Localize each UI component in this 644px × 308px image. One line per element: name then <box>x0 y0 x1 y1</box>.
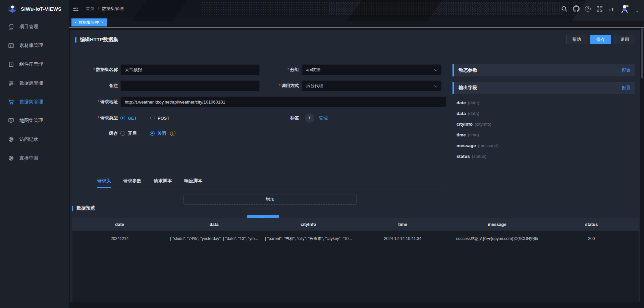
main-panel: 编辑HTTP数据集 帮助 保存 返回 *数据集名称 *分组 api数据 备注 *… <box>70 30 640 302</box>
avatar[interactable] <box>620 3 631 14</box>
font-size-icon[interactable]: TT <box>608 5 615 12</box>
back-button[interactable]: 返回 <box>614 35 635 44</box>
add-header-button[interactable]: 增加 <box>183 194 357 205</box>
invoke-mode-select[interactable]: 后台代理 <box>302 80 441 91</box>
form-row-request-url: *请求地址 <box>70 97 446 107</box>
tab-response-script[interactable]: 响应脚本 <box>184 178 203 188</box>
required-mark: * <box>93 67 95 72</box>
globe-icon <box>8 136 14 142</box>
globe-icon <box>8 155 14 161</box>
add-tag-button[interactable]: + <box>305 113 314 123</box>
collapse-menu-icon[interactable] <box>72 5 79 12</box>
dynamic-params-title: 动态参数 <box>459 67 477 73</box>
tab-request-params[interactable]: 请求参数 <box>123 178 142 188</box>
github-icon[interactable] <box>573 5 580 12</box>
manage-tags-link[interactable]: 管理 <box>319 115 328 121</box>
data-preview-title-text: 数据预览 <box>76 205 95 211</box>
tab-request-script[interactable]: 请求脚本 <box>154 178 172 188</box>
radio-cache-off[interactable]: 关闭 <box>150 130 166 136</box>
radio-cache-off-label: 关闭 <box>157 130 166 136</box>
dataset-name-input[interactable] <box>120 64 260 75</box>
column-header: date <box>72 218 167 231</box>
topbar: SiWu-IoT-VIEWS 首页 / 数据集管理 ? TT <box>0 0 644 17</box>
tab-request-headers[interactable]: 请求头 <box>97 178 111 188</box>
form-row-tag: 标签 + 管理 <box>252 113 328 123</box>
output-fields-header: 输出字段 配置 <box>452 82 635 94</box>
font-size-big-glyph: T <box>611 6 614 12</box>
data-preview-table: date data cityInfo time message status 2… <box>72 218 639 302</box>
app-logo-icon <box>7 4 17 14</box>
sidebar-item-material-library[interactable]: 素材库管理 <box>0 36 69 55</box>
required-mark: * <box>287 67 289 72</box>
tab-close-icon[interactable]: × <box>101 20 104 25</box>
form-row-invoke-mode: *调用方式 后台代理 <box>252 80 441 91</box>
radio-get[interactable]: GET <box>120 116 137 121</box>
copy-icon <box>8 24 14 30</box>
title-accent-bar <box>75 37 76 43</box>
chevron-down-icon <box>434 84 438 87</box>
remark-label: 备注 <box>70 83 118 89</box>
form-row-group: *分组 api数据 <box>252 64 441 75</box>
sidebar-item-label: 组件库管理 <box>19 61 43 67</box>
breadcrumb-home[interactable]: 首页 <box>86 6 95 12</box>
group-label: *分组 <box>252 67 299 73</box>
cell-time: 2024-12-14 10:41:34 <box>356 231 450 247</box>
sidebar-item-access-log[interactable]: 访问记录 <box>0 130 69 149</box>
sidebar-item-datasource[interactable]: 数据源管理 <box>0 74 69 93</box>
dynamic-params-config-link[interactable]: 配置 <box>622 67 631 73</box>
sidebar-item-live-china[interactable]: 直播中国 <box>0 149 69 168</box>
request-url-input[interactable] <box>120 97 446 107</box>
form-row-dataset-name: *数据集名称 <box>70 64 260 75</box>
sidebar-item-dataset[interactable]: 数据集管理 <box>0 93 69 111</box>
radio-cache-on-label: 开启 <box>128 130 137 136</box>
cache-label: 缓存 <box>70 130 118 136</box>
page-title: 编辑HTTP数据集 <box>75 37 118 43</box>
radio-cache-on[interactable]: 开启 <box>120 130 137 136</box>
tab-active-dot-icon: ● <box>75 21 76 24</box>
user-menu-caret-icon[interactable]: ▾ <box>636 10 638 13</box>
question-glyph: ? <box>585 6 591 12</box>
scrollbar-track <box>641 28 643 307</box>
remark-input[interactable] <box>120 80 260 91</box>
plus-icon: + <box>308 115 311 121</box>
grid-icon <box>8 43 14 49</box>
tab-dataset-management[interactable]: ● 数据集管理 × <box>71 18 107 26</box>
params-panel: 动态参数 配置 输出字段 配置 date (date) data (data) … <box>452 64 635 162</box>
help-button[interactable]: 帮助 <box>566 35 587 44</box>
radio-dot-icon <box>150 116 155 120</box>
save-button[interactable]: 保存 <box>590 35 611 44</box>
column-header: cityInfo <box>261 218 356 231</box>
tag-label: 标签 <box>252 115 299 121</box>
topbar-icon-group: ? TT ▾ <box>561 0 638 17</box>
sidebar-item-label: 数据源管理 <box>19 80 43 86</box>
breadcrumb-current: 数据集管理 <box>102 6 124 12</box>
cart-icon <box>8 99 14 105</box>
sidebar-item-label: 素材库管理 <box>19 43 43 49</box>
cell-date: 20241214 <box>72 231 167 247</box>
radio-post[interactable]: POST <box>150 116 169 121</box>
subtabs-divider <box>97 189 446 189</box>
radio-dot-icon <box>150 131 155 136</box>
scrollbar-thumb[interactable] <box>641 28 643 78</box>
help-icon[interactable]: ? <box>585 5 591 12</box>
door-icon <box>8 61 14 67</box>
output-fields-title: 输出字段 <box>459 85 477 91</box>
output-field-item: data (data) <box>457 108 635 119</box>
sidebar-item-component-library[interactable]: 组件库管理 <box>0 55 69 74</box>
chevron-down-icon <box>434 68 438 71</box>
title-accent-bar <box>72 206 73 211</box>
search-icon[interactable] <box>561 5 568 12</box>
sidebar-item-map-library[interactable]: 地图集管理 <box>0 111 69 130</box>
sidebar-item-label: 访问记录 <box>19 136 38 142</box>
request-type-label: *请求类型 <box>70 115 118 121</box>
dataset-name-label: *数据集名称 <box>70 67 118 73</box>
cell-cityinfo: { "parent": "吉林", "city": "长春市", "cityke… <box>261 231 356 247</box>
breadcrumb-separator: / <box>98 6 99 11</box>
page-actions: 帮助 保存 返回 <box>566 35 635 44</box>
sidebar-item-project[interactable]: 项目管理 <box>0 17 69 36</box>
required-mark: * <box>279 83 280 88</box>
fullscreen-icon[interactable] <box>596 5 603 12</box>
group-select[interactable]: api数据 <box>302 64 441 75</box>
output-fields-config-link[interactable]: 配置 <box>622 85 631 91</box>
radio-post-label: POST <box>158 116 169 121</box>
